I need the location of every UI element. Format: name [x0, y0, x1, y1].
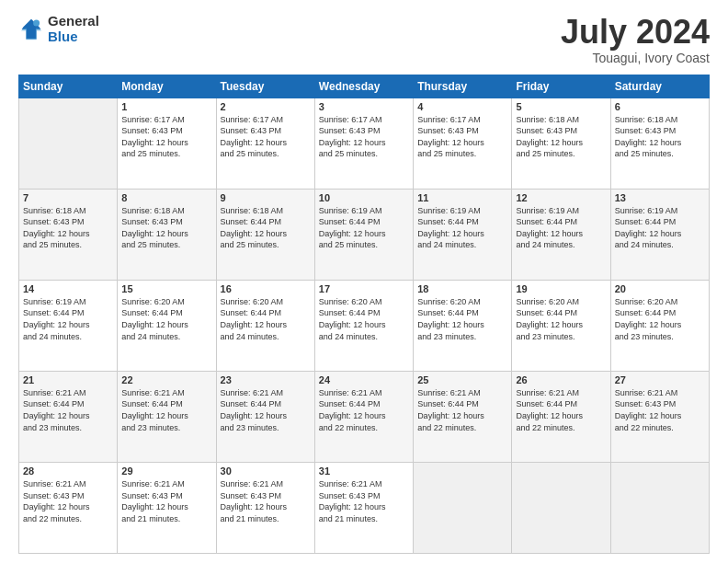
logo: General Blue: [18, 14, 99, 44]
svg-point-2: [33, 19, 40, 26]
week-row-3: 14Sunrise: 6:19 AMSunset: 6:44 PMDayligh…: [19, 280, 710, 371]
cell-0-3: 3Sunrise: 6:17 AMSunset: 6:43 PMDaylight…: [314, 98, 413, 189]
cell-3-5: 26Sunrise: 6:21 AMSunset: 6:44 PMDayligh…: [512, 371, 610, 462]
day-number: 25: [417, 374, 507, 385]
day-info: Sunrise: 6:18 AMSunset: 6:43 PMDaylight:…: [121, 205, 211, 251]
cell-4-1: 29Sunrise: 6:21 AMSunset: 6:43 PMDayligh…: [118, 462, 216, 553]
cell-0-2: 2Sunrise: 6:17 AMSunset: 6:43 PMDaylight…: [216, 98, 314, 189]
week-row-1: 1Sunrise: 6:17 AMSunset: 6:43 PMDaylight…: [19, 98, 710, 189]
day-number: 4: [417, 101, 507, 112]
day-number: 31: [319, 465, 409, 477]
cell-2-1: 15Sunrise: 6:20 AMSunset: 6:44 PMDayligh…: [118, 280, 216, 371]
cell-0-6: 6Sunrise: 6:18 AMSunset: 6:43 PMDaylight…: [610, 98, 709, 189]
day-info: Sunrise: 6:21 AMSunset: 6:44 PMDaylight:…: [121, 387, 211, 433]
day-info: Sunrise: 6:19 AMSunset: 6:44 PMDaylight:…: [615, 205, 705, 251]
cell-3-2: 23Sunrise: 6:21 AMSunset: 6:44 PMDayligh…: [216, 371, 314, 462]
day-info: Sunrise: 6:21 AMSunset: 6:43 PMDaylight:…: [23, 478, 113, 524]
col-thursday: Thursday: [414, 75, 512, 98]
cell-2-3: 17Sunrise: 6:20 AMSunset: 6:44 PMDayligh…: [314, 280, 413, 371]
cell-2-4: 18Sunrise: 6:20 AMSunset: 6:44 PMDayligh…: [414, 280, 512, 371]
day-number: 12: [516, 192, 606, 203]
day-number: 19: [516, 283, 606, 294]
day-number: 1: [121, 101, 211, 112]
week-row-4: 21Sunrise: 6:21 AMSunset: 6:44 PMDayligh…: [19, 371, 710, 462]
day-info: Sunrise: 6:19 AMSunset: 6:44 PMDaylight:…: [23, 296, 113, 342]
calendar-header-row: Sunday Monday Tuesday Wednesday Thursday…: [19, 75, 710, 98]
title-block: July 2024 Touagui, Ivory Coast: [561, 14, 710, 65]
cell-2-6: 20Sunrise: 6:20 AMSunset: 6:44 PMDayligh…: [610, 280, 709, 371]
day-info: Sunrise: 6:21 AMSunset: 6:44 PMDaylight:…: [417, 387, 507, 433]
day-number: 20: [615, 283, 705, 294]
cell-3-3: 24Sunrise: 6:21 AMSunset: 6:44 PMDayligh…: [314, 371, 413, 462]
cell-2-0: 14Sunrise: 6:19 AMSunset: 6:44 PMDayligh…: [19, 280, 118, 371]
day-number: 2: [221, 101, 311, 112]
cell-3-6: 27Sunrise: 6:21 AMSunset: 6:43 PMDayligh…: [610, 371, 709, 462]
logo-general-text: General: [48, 14, 99, 29]
day-number: 6: [615, 101, 705, 112]
calendar-table: Sunday Monday Tuesday Wednesday Thursday…: [18, 75, 710, 554]
day-number: 13: [615, 192, 705, 203]
day-info: Sunrise: 6:20 AMSunset: 6:44 PMDaylight:…: [221, 296, 311, 342]
day-info: Sunrise: 6:18 AMSunset: 6:43 PMDaylight:…: [615, 114, 705, 160]
day-number: 3: [319, 101, 409, 112]
col-tuesday: Tuesday: [216, 75, 314, 98]
week-row-5: 28Sunrise: 6:21 AMSunset: 6:43 PMDayligh…: [19, 462, 710, 553]
day-number: 5: [516, 101, 606, 112]
cell-3-0: 21Sunrise: 6:21 AMSunset: 6:44 PMDayligh…: [19, 371, 118, 462]
day-info: Sunrise: 6:17 AMSunset: 6:43 PMDaylight:…: [417, 114, 507, 160]
cell-4-0: 28Sunrise: 6:21 AMSunset: 6:43 PMDayligh…: [19, 462, 118, 553]
day-number: 17: [319, 283, 409, 294]
day-info: Sunrise: 6:21 AMSunset: 6:44 PMDaylight:…: [23, 387, 113, 433]
main-title: July 2024: [561, 14, 710, 51]
day-info: Sunrise: 6:21 AMSunset: 6:44 PMDaylight:…: [221, 387, 311, 433]
header: General Blue July 2024 Touagui, Ivory Co…: [18, 14, 710, 65]
day-info: Sunrise: 6:17 AMSunset: 6:43 PMDaylight:…: [121, 114, 211, 160]
day-number: 27: [615, 374, 705, 385]
day-info: Sunrise: 6:17 AMSunset: 6:43 PMDaylight:…: [221, 114, 311, 160]
page: General Blue July 2024 Touagui, Ivory Co…: [0, 0, 728, 563]
day-info: Sunrise: 6:20 AMSunset: 6:44 PMDaylight:…: [516, 296, 606, 342]
day-info: Sunrise: 6:18 AMSunset: 6:43 PMDaylight:…: [23, 205, 113, 251]
col-wednesday: Wednesday: [314, 75, 413, 98]
cell-3-4: 25Sunrise: 6:21 AMSunset: 6:44 PMDayligh…: [414, 371, 512, 462]
day-info: Sunrise: 6:19 AMSunset: 6:44 PMDaylight:…: [417, 205, 507, 251]
day-info: Sunrise: 6:21 AMSunset: 6:43 PMDaylight:…: [121, 478, 211, 524]
cell-4-3: 31Sunrise: 6:21 AMSunset: 6:43 PMDayligh…: [314, 462, 413, 553]
cell-1-1: 8Sunrise: 6:18 AMSunset: 6:43 PMDaylight…: [118, 189, 216, 280]
day-number: 7: [23, 192, 113, 203]
cell-4-2: 30Sunrise: 6:21 AMSunset: 6:43 PMDayligh…: [216, 462, 314, 553]
cell-1-2: 9Sunrise: 6:18 AMSunset: 6:44 PMDaylight…: [216, 189, 314, 280]
col-friday: Friday: [512, 75, 610, 98]
day-info: Sunrise: 6:18 AMSunset: 6:43 PMDaylight:…: [516, 114, 606, 160]
cell-1-4: 11Sunrise: 6:19 AMSunset: 6:44 PMDayligh…: [414, 189, 512, 280]
day-info: Sunrise: 6:21 AMSunset: 6:44 PMDaylight:…: [319, 387, 409, 433]
day-info: Sunrise: 6:21 AMSunset: 6:44 PMDaylight:…: [516, 387, 606, 433]
day-number: 26: [516, 374, 606, 385]
col-saturday: Saturday: [610, 75, 709, 98]
day-number: 11: [417, 192, 507, 203]
cell-4-4: [414, 462, 512, 553]
day-info: Sunrise: 6:21 AMSunset: 6:43 PMDaylight:…: [319, 478, 409, 524]
day-number: 23: [221, 374, 311, 385]
day-number: 15: [121, 283, 211, 294]
logo-icon: [18, 17, 44, 42]
cell-4-5: [512, 462, 610, 553]
col-sunday: Sunday: [19, 75, 118, 98]
day-number: 8: [121, 192, 211, 203]
cell-1-5: 12Sunrise: 6:19 AMSunset: 6:44 PMDayligh…: [512, 189, 610, 280]
cell-2-5: 19Sunrise: 6:20 AMSunset: 6:44 PMDayligh…: [512, 280, 610, 371]
day-number: 16: [221, 283, 311, 294]
day-number: 21: [23, 374, 113, 385]
day-info: Sunrise: 6:17 AMSunset: 6:43 PMDaylight:…: [319, 114, 409, 160]
cell-0-4: 4Sunrise: 6:17 AMSunset: 6:43 PMDaylight…: [414, 98, 512, 189]
day-number: 24: [319, 374, 409, 385]
logo-blue-text: Blue: [48, 29, 99, 45]
cell-1-6: 13Sunrise: 6:19 AMSunset: 6:44 PMDayligh…: [610, 189, 709, 280]
cell-0-1: 1Sunrise: 6:17 AMSunset: 6:43 PMDaylight…: [118, 98, 216, 189]
day-info: Sunrise: 6:21 AMSunset: 6:43 PMDaylight:…: [221, 478, 311, 524]
day-info: Sunrise: 6:18 AMSunset: 6:44 PMDaylight:…: [221, 205, 311, 251]
cell-2-2: 16Sunrise: 6:20 AMSunset: 6:44 PMDayligh…: [216, 280, 314, 371]
col-monday: Monday: [118, 75, 216, 98]
day-info: Sunrise: 6:20 AMSunset: 6:44 PMDaylight:…: [121, 296, 211, 342]
subtitle: Touagui, Ivory Coast: [561, 51, 710, 65]
